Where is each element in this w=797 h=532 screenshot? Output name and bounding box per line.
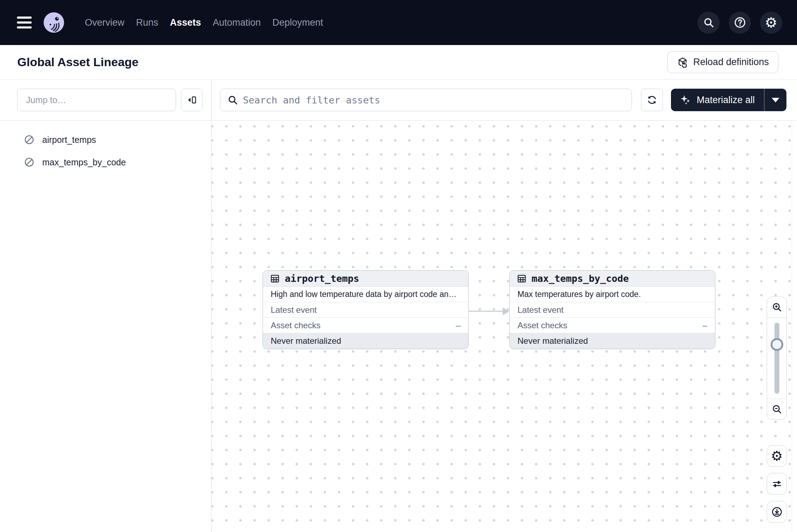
- asset-description: High and low temperature data by airport…: [271, 290, 460, 299]
- asset-list-item-airport-temps[interactable]: airport_temps: [0, 128, 211, 151]
- collapse-sidebar-button[interactable]: [181, 89, 202, 111]
- asset-node-airport-temps[interactable]: airport_temps High and low temperature d…: [263, 270, 469, 349]
- latest-event-row: Latest event: [263, 302, 468, 318]
- nav-item-deployment[interactable]: Deployment: [272, 17, 323, 28]
- asset-checks-value: –: [703, 321, 707, 330]
- page-title: Global Asset Lineage: [17, 55, 139, 69]
- lineage-graph-canvas[interactable]: airport_temps High and low temperature d…: [212, 121, 797, 532]
- nav-item-assets[interactable]: Assets: [170, 17, 201, 28]
- latest-event-label: Latest event: [517, 305, 564, 315]
- canvas-right-gutter: [792, 121, 797, 532]
- asset-node-header[interactable]: max_temps_by_code: [510, 271, 715, 287]
- graph-toolbar: Materialize all: [212, 80, 797, 121]
- top-navigation-bar: Overview Runs Assets Automation Deployme…: [0, 0, 797, 45]
- gear-icon: ⚙: [771, 449, 783, 463]
- download-icon: [771, 506, 783, 518]
- page-header: Global Asset Lineage Reload definitions: [0, 45, 797, 80]
- asset-checks-label: Asset checks: [271, 321, 320, 330]
- hamburger-menu-icon[interactable]: [17, 17, 32, 28]
- primary-nav-links: Overview Runs Assets Automation Deployme…: [85, 17, 323, 28]
- asset-list-item-max-temps-by-code[interactable]: max_temps_by_code: [0, 151, 211, 173]
- asset-description-row: High and low temperature data by airport…: [263, 287, 468, 302]
- table-icon: [517, 274, 527, 284]
- no-status-icon: [24, 134, 34, 145]
- sidebar-toolbar: [0, 80, 211, 121]
- asset-description-row: Max temperatures by airport code.: [510, 287, 715, 302]
- sparkle-icon: [679, 94, 691, 106]
- hamburger-bar: [17, 26, 32, 28]
- no-status-icon: [24, 157, 34, 167]
- zoom-in-button[interactable]: [767, 297, 786, 318]
- nav-item-automation[interactable]: Automation: [213, 17, 261, 28]
- dagster-octopus-logo: [43, 12, 65, 33]
- materialize-all-label: Materialize all: [697, 95, 755, 106]
- materialize-all-button[interactable]: Materialize all: [671, 89, 764, 111]
- latest-event-label: Latest event: [271, 305, 317, 315]
- help-button[interactable]: [729, 12, 751, 34]
- question-mark-icon: [734, 17, 746, 28]
- search-icon: [703, 17, 714, 28]
- zoom-slider-track[interactable]: [774, 323, 779, 394]
- asset-lineage-sidebar: airport_temps max_temps_by_code: [0, 80, 212, 532]
- materialization-status: Never materialized: [263, 333, 468, 349]
- reload-definitions-label: Reload definitions: [693, 57, 769, 68]
- graph-filters-button[interactable]: [767, 473, 787, 495]
- search-button[interactable]: [697, 12, 720, 34]
- asset-name: max_temps_by_code: [42, 157, 126, 167]
- chevron-down-icon: [772, 98, 779, 102]
- latest-event-row: Latest event: [510, 302, 715, 318]
- lineage-main: Materialize all: [212, 80, 797, 532]
- zoom-out-icon: [772, 404, 782, 414]
- asset-checks-row: Asset checks –: [263, 318, 468, 333]
- search-icon: [227, 95, 238, 105]
- table-icon: [270, 274, 280, 284]
- asset-list: airport_temps max_temps_by_code: [0, 121, 211, 173]
- zoom-slider[interactable]: [767, 318, 786, 399]
- asset-checks-row: Asset checks –: [510, 318, 715, 333]
- asset-checks-value: –: [456, 321, 460, 330]
- top-nav-actions: ⚙: [697, 12, 782, 34]
- settings-button[interactable]: ⚙: [760, 12, 782, 34]
- lineage-edge-arrowhead: [503, 308, 509, 315]
- hamburger-bar: [17, 17, 32, 19]
- asset-description: Max temperatures by airport code.: [517, 290, 641, 299]
- reload-cube-icon: [677, 57, 688, 68]
- asset-node-header[interactable]: airport_temps: [263, 271, 468, 287]
- asset-node-title: max_temps_by_code: [532, 273, 629, 284]
- gear-icon: ⚙: [765, 15, 778, 30]
- download-image-button[interactable]: [767, 501, 787, 523]
- lineage-edge: [469, 311, 504, 312]
- materialize-all-split-button: Materialize all: [671, 89, 786, 111]
- nav-item-runs[interactable]: Runs: [136, 17, 158, 28]
- zoom-out-button[interactable]: [767, 399, 786, 419]
- zoom-slider-thumb[interactable]: [771, 338, 783, 351]
- asset-checks-label: Asset checks: [517, 321, 567, 330]
- zoom-in-icon: [772, 302, 782, 312]
- materialization-status: Never materialized: [510, 333, 715, 349]
- nav-item-overview[interactable]: Overview: [85, 17, 125, 28]
- refresh-icon: [646, 94, 658, 106]
- materialize-options-dropdown[interactable]: [765, 89, 786, 111]
- collapse-panel-icon: [187, 95, 197, 105]
- graph-settings-button[interactable]: ⚙: [767, 445, 787, 467]
- refresh-button[interactable]: [641, 89, 663, 111]
- reload-definitions-button[interactable]: Reload definitions: [667, 51, 778, 73]
- search-assets-input[interactable]: [243, 95, 625, 106]
- asset-search-box[interactable]: [220, 89, 632, 111]
- asset-node-max-temps-by-code[interactable]: max_temps_by_code Max temperatures by ai…: [509, 270, 715, 349]
- jump-to-input[interactable]: [17, 89, 176, 111]
- asset-name: airport_temps: [42, 135, 96, 145]
- content-area: airport_temps max_temps_by_code: [0, 80, 797, 532]
- asset-node-title: airport_temps: [285, 273, 359, 284]
- zoom-control: [767, 297, 787, 420]
- filters-sliders-icon: [772, 479, 782, 489]
- hamburger-bar: [17, 21, 32, 24]
